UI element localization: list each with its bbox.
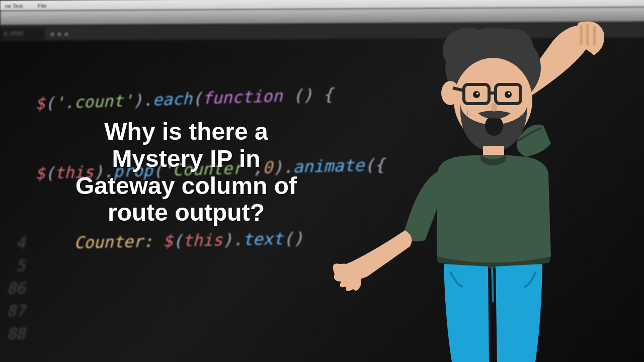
svg-rect-0 (580, 25, 583, 45)
svg-rect-2 (593, 26, 596, 45)
line-gutter: 4 5 86 87 88 (0, 231, 25, 345)
question-title: Why is there a Mystery IP in Gateway col… (60, 118, 312, 226)
svg-rect-1 (586, 24, 589, 45)
traffic-lights (50, 29, 71, 38)
svg-point-13 (505, 91, 512, 98)
file-tab[interactable]: e.html (0, 27, 45, 39)
svg-point-14 (476, 93, 478, 95)
svg-point-12 (473, 91, 480, 98)
menubar-app: ne Text (0, 2, 28, 10)
menubar-file: File (33, 2, 52, 10)
confused-character-illustration (332, 20, 624, 362)
tab-label: e.html (4, 30, 24, 37)
svg-point-15 (508, 93, 510, 95)
svg-line-18 (492, 267, 493, 302)
svg-point-16 (485, 116, 503, 136)
